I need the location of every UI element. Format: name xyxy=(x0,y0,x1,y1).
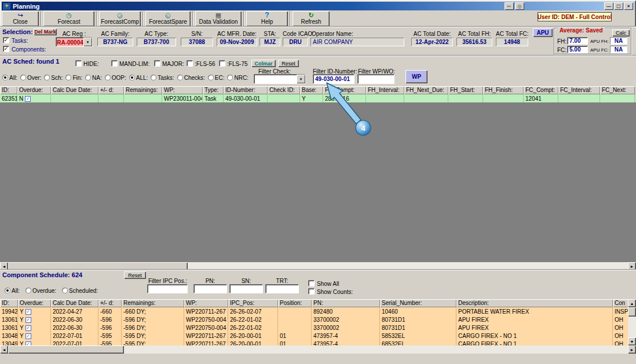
column-header[interactable]: Overdue: xyxy=(17,86,51,94)
chevron-down-icon[interactable]: ▼ xyxy=(297,75,305,83)
column-header[interactable]: FH_Next_Due: xyxy=(404,86,448,94)
column-header[interactable]: Serial_Number: xyxy=(380,299,456,307)
component-table-row[interactable]: 13048 Y✓ 2022-07-01 -595 -595 DY; WP2207… xyxy=(0,332,628,340)
column-header[interactable]: +/- d: xyxy=(98,86,124,94)
forecast-comp-button[interactable]: ◶ ForecastComp xyxy=(99,11,141,27)
filter-ipc-input[interactable] xyxy=(147,284,188,293)
scissors-icon[interactable]: ✂ xyxy=(505,2,514,10)
minimize-button[interactable]: — xyxy=(604,2,613,10)
radio-nrc[interactable]: NRC: xyxy=(227,75,248,81)
scroll-left-button[interactable]: ◄ xyxy=(0,345,8,354)
mark-checkbox[interactable]: ✓ xyxy=(25,317,31,323)
mark-checkbox[interactable]: ✓ xyxy=(25,333,31,339)
column-header[interactable]: Check ID: xyxy=(268,86,300,94)
pn-input[interactable] xyxy=(193,284,227,293)
target-icon[interactable]: ◎ xyxy=(515,2,524,10)
close-button[interactable]: ↪ Close xyxy=(2,11,39,27)
refresh-button[interactable]: ↻ Refresh xyxy=(293,11,330,27)
column-header[interactable]: Con xyxy=(613,299,628,307)
radio-over[interactable]: Over: xyxy=(20,75,41,81)
column-header[interactable]: Overdue: xyxy=(18,299,51,307)
forecast-spare-button[interactable]: ◵ ForecastSpare xyxy=(145,11,191,27)
filter-wp-input[interactable] xyxy=(357,74,394,84)
radio-tasks[interactable]: Tasks: xyxy=(151,75,174,81)
ac-sched-table-row[interactable]: 62351 N ✓ WP230011-004 Task 49-030-00-01… xyxy=(0,94,636,102)
column-header[interactable]: FH_Finish: xyxy=(483,86,524,94)
column-header[interactable]: ID: xyxy=(0,299,18,307)
major-checkbox[interactable] xyxy=(154,60,160,67)
column-header[interactable]: Type: xyxy=(203,86,224,94)
filter-id-input[interactable] xyxy=(313,74,354,84)
help-button[interactable]: ? Help xyxy=(246,11,288,27)
filter-check-dropdown[interactable]: ▼ xyxy=(254,74,306,84)
show-counts-checkbox[interactable] xyxy=(308,288,315,295)
component-hscroll-thumb[interactable] xyxy=(8,345,124,354)
tasks-checkbox[interactable]: ✓ xyxy=(3,37,9,43)
scroll-down-button[interactable]: ▼ xyxy=(628,337,636,345)
radio-ec[interactable]: EC: xyxy=(208,75,225,81)
column-header[interactable]: +/- d: xyxy=(98,299,122,307)
column-header[interactable]: FC_Compt: xyxy=(524,86,558,94)
component-table-row[interactable]: 13061 Y✓ 2022-06-30 -596 -596 DY; WP2207… xyxy=(0,315,628,323)
forecast-button[interactable]: ◷ Forecast xyxy=(43,11,94,27)
show-all-checkbox[interactable] xyxy=(308,280,315,286)
trt-input[interactable] xyxy=(265,284,299,293)
component-table-row[interactable]: 19942 Y✓ 2022-04-27 -660 -660 DY; WP2207… xyxy=(0,307,628,315)
mark-checkbox[interactable]: ✓ xyxy=(25,309,31,315)
column-header[interactable]: Calc Due Date: xyxy=(51,86,98,94)
column-header[interactable]: FC_Next: xyxy=(600,86,635,94)
column-header[interactable]: IPC_Pos: xyxy=(228,299,278,307)
component-vscroll-thumb[interactable] xyxy=(628,307,636,317)
column-header[interactable]: PN: xyxy=(312,299,380,307)
column-header[interactable]: Remainings: xyxy=(122,299,184,307)
radio-fin[interactable]: Fin: xyxy=(65,75,82,81)
fls-56-checkbox[interactable] xyxy=(187,60,193,67)
wp-button[interactable]: WP xyxy=(405,70,427,83)
radio-comp-scheduled[interactable]: Scheduled: xyxy=(62,288,98,294)
maximize-button[interactable]: ▢ xyxy=(614,2,623,10)
calc-button[interactable]: Calc xyxy=(612,30,630,36)
radio-comp-all[interactable]: All: xyxy=(5,288,20,294)
column-header[interactable]: Base: xyxy=(300,86,323,94)
column-header[interactable]: Calc Due Date: xyxy=(51,299,98,307)
fc-average-input[interactable] xyxy=(567,46,588,53)
components-checkbox[interactable]: ✓ xyxy=(3,46,9,52)
mark-checkbox[interactable]: ✓ xyxy=(25,96,31,102)
colmar-button[interactable]: Colmar xyxy=(251,60,276,67)
radio-sch[interactable]: Sch: xyxy=(44,75,63,81)
radio-checks[interactable]: Checks: xyxy=(177,75,205,81)
component-table-row[interactable]: 13061 Y✓ 2022-06-30 -596 -596 DY; WP2207… xyxy=(0,323,628,332)
column-header[interactable]: Remainings: xyxy=(124,86,162,94)
column-header[interactable]: FC_Interval: xyxy=(558,86,600,94)
column-header[interactable]: ID: xyxy=(0,86,17,94)
column-header[interactable]: ID-Number: xyxy=(224,86,268,94)
column-header[interactable]: WP: xyxy=(184,299,228,307)
column-header[interactable]: Description: xyxy=(456,299,613,307)
sn-input[interactable] xyxy=(229,284,263,293)
scroll-up-button[interactable]: ▲ xyxy=(628,299,636,307)
radio-oop[interactable]: OOP: xyxy=(105,75,126,81)
column-header[interactable]: WP: xyxy=(162,86,203,94)
mand-lim-checkbox[interactable] xyxy=(111,60,118,67)
column-header[interactable]: FH_Compt: xyxy=(323,86,366,94)
column-header[interactable]: FH_Interval: xyxy=(366,86,404,94)
column-header[interactable]: FH_Start: xyxy=(448,86,483,94)
fh-average-input[interactable] xyxy=(567,37,588,45)
chevron-down-icon[interactable]: ▼ xyxy=(83,38,92,46)
mark-checkbox[interactable]: ✓ xyxy=(25,325,31,331)
component-reset-button[interactable]: Reset xyxy=(124,271,146,279)
radio-all-types[interactable]: ALL: xyxy=(129,75,148,81)
radio-na[interactable]: NA: xyxy=(85,75,102,81)
scroll-right-button[interactable]: ► xyxy=(628,345,636,354)
reset-button[interactable]: Reset xyxy=(278,60,299,67)
del-mark-button[interactable]: Del Mark xyxy=(34,28,57,35)
close-window-button[interactable]: × xyxy=(624,2,633,10)
ac-reg-combo[interactable]: RA-00004 ▼ xyxy=(56,37,93,47)
hide-checkbox[interactable] xyxy=(75,60,82,67)
radio-all[interactable]: All: xyxy=(2,75,17,81)
data-validation-button[interactable]: ▦ Data Validation xyxy=(195,11,242,27)
column-header[interactable]: Position: xyxy=(278,299,312,307)
fls-75-checkbox[interactable] xyxy=(219,60,225,67)
apu-button[interactable]: APU xyxy=(533,28,553,37)
radio-comp-overdue[interactable]: Overdue: xyxy=(25,288,56,294)
